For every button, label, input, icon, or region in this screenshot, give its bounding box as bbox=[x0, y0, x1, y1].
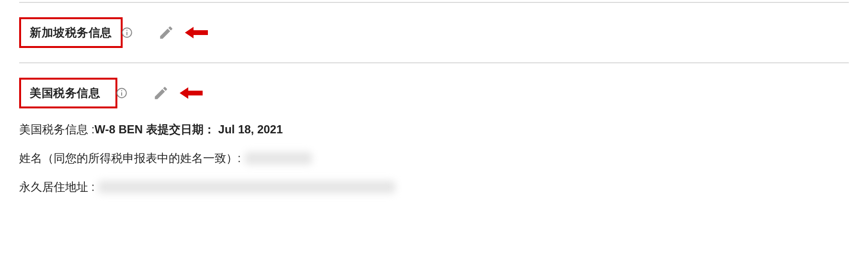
arrow-left-icon bbox=[183, 24, 212, 41]
redacted-address-value bbox=[98, 181, 395, 193]
usa-section-title: 美国税务信息 bbox=[30, 86, 100, 99]
usa-form-value: W-8 BEN 表提交日期： Jul 18, 2021 bbox=[94, 122, 283, 137]
singapore-tax-section: 新加坡税务信息 bbox=[19, 3, 849, 62]
pencil-icon[interactable] bbox=[158, 24, 174, 41]
info-icon[interactable] bbox=[115, 87, 128, 99]
usa-name-row: 姓名（同您的所得税申报表中的姓名一致）: bbox=[19, 151, 849, 166]
svg-point-2 bbox=[126, 30, 127, 31]
singapore-section-title: 新加坡税务信息 bbox=[30, 26, 112, 39]
svg-point-5 bbox=[121, 90, 122, 91]
usa-form-row: 美国税务信息 : W-8 BEN 表提交日期： Jul 18, 2021 bbox=[19, 122, 849, 137]
usa-address-row: 永久居住地址 : bbox=[19, 179, 849, 195]
info-icon[interactable] bbox=[121, 26, 133, 39]
arrow-left-icon bbox=[178, 84, 206, 102]
singapore-title-highlight: 新加坡税务信息 bbox=[19, 17, 123, 48]
redacted-name-value bbox=[245, 152, 312, 165]
usa-tax-section: 美国税务信息 美国税务信息 : W-8 BEN 表提交日期： Jul 18, 2… bbox=[19, 63, 849, 209]
usa-title-highlight: 美国税务信息 bbox=[19, 78, 117, 108]
usa-form-label: 美国税务信息 : bbox=[19, 122, 94, 137]
usa-address-label: 永久居住地址 : bbox=[19, 179, 94, 195]
usa-name-label: 姓名（同您的所得税申报表中的姓名一致）: bbox=[19, 151, 241, 166]
pencil-icon[interactable] bbox=[153, 85, 169, 101]
